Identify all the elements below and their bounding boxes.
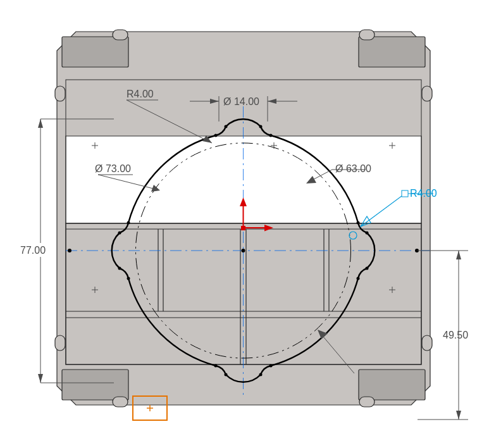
svg-point-48 [68, 249, 71, 252]
corner-boss-bl [62, 370, 128, 400]
svg-point-41 [118, 267, 121, 270]
svg-point-43 [225, 373, 228, 376]
svg-rect-0 [113, 30, 128, 40]
svg-marker-58 [38, 119, 43, 128]
svg-point-44 [259, 373, 263, 376]
dim-text-half: 49.50 [443, 330, 468, 340]
dim-text-lobe: Ø 14.00 [223, 96, 259, 107]
svg-point-45 [214, 364, 218, 368]
corner-boss-tr [359, 37, 425, 67]
svg-rect-1 [359, 30, 374, 40]
svg-rect-3 [359, 397, 374, 407]
svg-point-38 [357, 277, 360, 280]
corner-boss-tl [62, 37, 128, 67]
svg-point-37 [366, 267, 369, 270]
svg-rect-54 [241, 226, 245, 230]
svg-point-31 [225, 125, 228, 128]
svg-rect-4 [55, 86, 65, 101]
selection-center-mark [147, 405, 153, 411]
svg-point-40 [118, 232, 121, 235]
svg-marker-59 [38, 374, 43, 383]
dim-text-inner: Ø 63.00 [335, 163, 371, 174]
dim-text-fillet-l: R4.00 [127, 89, 154, 99]
svg-marker-64 [456, 251, 461, 259]
svg-point-35 [357, 221, 360, 225]
dim-text-outer: Ø 73.00 [95, 163, 131, 174]
dim-text-fillet-sel: R4.00 [410, 188, 437, 199]
svg-point-42 [127, 277, 130, 280]
svg-point-36 [366, 232, 369, 235]
svg-point-33 [214, 134, 218, 137]
dimension-drag-handle[interactable] [402, 190, 408, 197]
svg-marker-65 [456, 411, 461, 420]
svg-point-32 [259, 125, 263, 128]
svg-rect-7 [422, 335, 432, 351]
svg-point-34 [269, 134, 273, 137]
svg-rect-6 [55, 335, 65, 351]
svg-point-39 [127, 221, 130, 225]
dim-text-height: 77.00 [20, 245, 46, 256]
svg-point-47 [242, 249, 245, 252]
svg-point-46 [269, 364, 273, 368]
rib-floor [66, 223, 421, 364]
cad-sketch-canvas[interactable]: 77.00 49.50 Ø 14.00 R4.00 [0, 0, 489, 448]
svg-rect-2 [113, 397, 128, 407]
svg-rect-5 [422, 86, 432, 101]
corner-boss-br [359, 370, 425, 400]
